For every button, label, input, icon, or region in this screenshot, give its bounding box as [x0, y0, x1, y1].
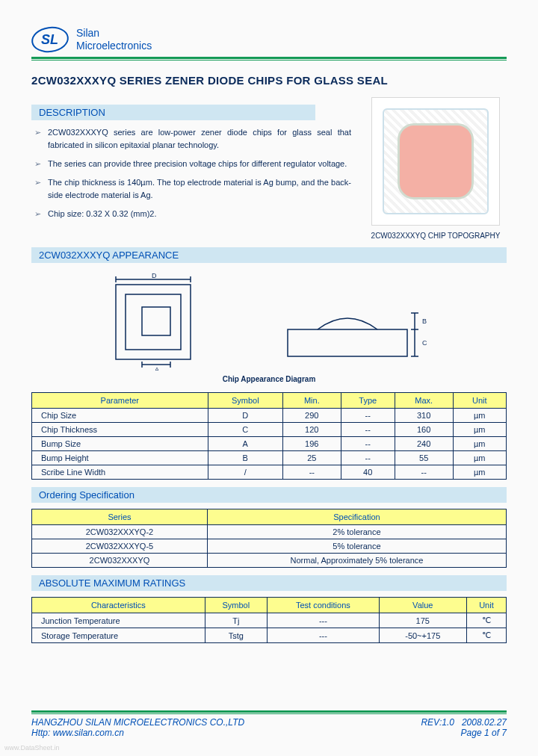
bullet: Chip size: 0.32 X 0.32 (mm)2.: [31, 208, 351, 220]
svg-rect-11: [288, 329, 407, 356]
svg-text:A: A: [155, 366, 159, 371]
footer-page: Page 1 of 7: [461, 728, 507, 738]
diagram-caption: Chip Appearance Diagram: [31, 375, 507, 383]
svg-text:C: C: [422, 339, 427, 347]
svg-text:D: D: [152, 273, 157, 279]
table-row: 2CW032XXXYQNormal, Approximately 5% tole…: [32, 554, 507, 568]
section-description: DESCRIPTION: [31, 105, 315, 120]
bullet: The chip thickness is 140µm. The top ele…: [31, 176, 351, 202]
brand-line1: Silan: [76, 27, 152, 40]
svg-rect-0: [116, 285, 191, 359]
side-view-icon: B C: [273, 288, 437, 371]
chip-caption: 2CW032XXXYQ CHIP TOPOGRAPHY: [365, 232, 507, 240]
section-appearance: 2CW032XXXYQ APPEARANCE: [31, 247, 507, 263]
table-row: Bump HeightB25--55µm: [32, 451, 507, 465]
brand-line2: Microelectronics: [76, 40, 152, 52]
bullet: The series can provide three precision v…: [31, 158, 351, 170]
appearance-diagrams: D A B C: [31, 273, 507, 371]
bullet: 2CW032XXXYQ series are low-power zener d…: [31, 126, 351, 152]
datasheet-page: SL Silan Microelectronics 2CW032XXXYQ SE…: [0, 0, 538, 756]
table-row: 2CW032XXXYQ-22% tolerance: [32, 525, 507, 539]
top-view-icon: D A: [101, 273, 213, 371]
page-title: 2CW032XXXYQ SERIES ZENER DIODE CHIPS FOR…: [31, 74, 507, 87]
footer-url[interactable]: Http: www.silan.com.cn: [31, 728, 124, 738]
amr-table: CharacteristicsSymbolTest conditionsValu…: [31, 597, 507, 643]
section-amr: ABSOLUTE MAXIMUM RATINGS: [31, 575, 507, 591]
header-rule: [31, 57, 507, 59]
svg-rect-1: [126, 294, 181, 350]
svg-rect-2: [142, 307, 170, 335]
logo-icon: SL: [30, 25, 70, 55]
table-row: Chip SizeD290--310µm: [32, 409, 507, 423]
footer-rule: [31, 710, 507, 713]
intro-row: DESCRIPTION 2CW032XXXYQ series are low-p…: [31, 97, 507, 240]
table-row: 2CW032XXXYQ-55% tolerance: [32, 539, 507, 554]
chip-image: [371, 97, 500, 226]
svg-text:B: B: [422, 317, 427, 325]
section-ordering: Ordering Specification: [31, 487, 507, 503]
chip-topography: 2CW032XXXYQ CHIP TOPOGRAPHY: [365, 97, 507, 240]
brand-name: Silan Microelectronics: [76, 27, 152, 52]
table-row: Scribe Line Width/--40--µm: [32, 465, 507, 480]
watermark: www.DataSheet.in: [4, 744, 60, 752]
footer-rev: REV:1.0: [421, 717, 454, 728]
table-row: Chip ThicknessC120--160µm: [32, 423, 507, 437]
footer-company: HANGZHOU SILAN MICROELECTRONICS CO.,LTD: [31, 717, 244, 728]
table-row: Bump SizeA196--240µm: [32, 437, 507, 451]
header: SL Silan Microelectronics: [31, 27, 507, 52]
table-row: Junction TemperatureTj---175℃: [32, 613, 507, 628]
footer: HANGZHOU SILAN MICROELECTRONICS CO.,LTD …: [31, 710, 507, 738]
description-list: 2CW032XXXYQ series are low-power zener d…: [31, 126, 351, 220]
table-row: Storage TemperatureTstg----50~+175℃: [32, 628, 507, 643]
ordering-table: SeriesSpecification 2CW032XXXYQ-22% tole…: [31, 509, 507, 568]
parameter-table: ParameterSymbolMin.TypeMax.Unit Chip Siz…: [31, 392, 507, 480]
footer-date: 2008.02.27: [462, 717, 507, 728]
